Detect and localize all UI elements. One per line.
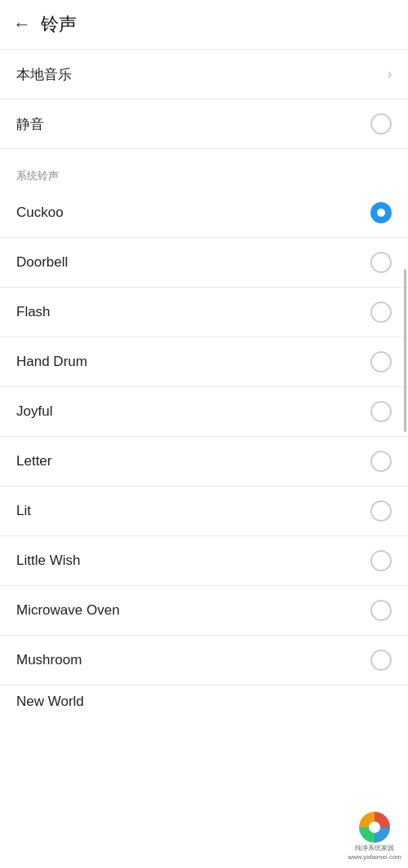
ringtone-item-cuckoo[interactable]: Cuckoo: [0, 188, 408, 237]
back-button[interactable]: ←: [13, 15, 31, 33]
ringtone-item-letter[interactable]: Letter: [0, 437, 408, 486]
silent-item[interactable]: 静音: [0, 99, 408, 148]
watermark: 纯净系统家园 www.yidaimei.com: [348, 812, 401, 861]
system-ringtones-section-label: 系统铃声: [0, 159, 408, 188]
ringtone-item-doorbell[interactable]: Doorbell: [0, 238, 408, 287]
ringtone-radio-joyful[interactable]: [370, 401, 392, 422]
silent-radio[interactable]: [370, 113, 392, 134]
watermark-icon: [359, 812, 390, 843]
ringtone-name-microwave: Microwave Oven: [16, 602, 120, 619]
ringtone-radio-microwave[interactable]: [370, 600, 392, 621]
ringtone-item-flash[interactable]: Flash: [0, 288, 408, 337]
ringtone-name-doorbell: Doorbell: [16, 254, 68, 271]
ringtone-item-newworld[interactable]: New World: [0, 685, 408, 718]
ringtone-radio-cuckoo[interactable]: [370, 202, 392, 223]
ringtone-item-littlewish[interactable]: Little Wish: [0, 536, 408, 585]
ringtone-name-littlewish: Little Wish: [16, 553, 80, 569]
ringtone-radio-letter[interactable]: [370, 451, 392, 472]
ringtone-radio-doorbell[interactable]: [370, 252, 392, 273]
ringtone-item-microwave[interactable]: Microwave Oven: [0, 586, 408, 635]
silent-label: 静音: [16, 115, 44, 134]
ringtone-name-newworld: New World: [16, 694, 84, 710]
ringtone-radio-lit[interactable]: [370, 500, 392, 522]
ringtone-item-handdrum[interactable]: Hand Drum: [0, 337, 408, 386]
ringtone-radio-flash[interactable]: [370, 302, 392, 323]
ringtone-radio-littlewish[interactable]: [370, 550, 392, 571]
ringtone-name-joyful: Joyful: [16, 403, 52, 420]
scrollbar[interactable]: [404, 269, 406, 432]
watermark-text-line2: www.yidaimei.com: [348, 853, 401, 861]
ringtone-name-lit: Lit: [16, 503, 31, 519]
header: ← 铃声: [0, 0, 408, 49]
ringtone-name-mushroom: Mushroom: [16, 652, 82, 668]
ringtone-name-letter: Letter: [16, 453, 51, 469]
ringtone-item-mushroom[interactable]: Mushroom: [0, 636, 408, 685]
ringtone-name-flash: Flash: [16, 304, 51, 320]
ringtone-item-joyful[interactable]: Joyful: [0, 387, 408, 436]
local-music-item[interactable]: 本地音乐 ›: [0, 50, 408, 99]
chevron-right-icon: ›: [388, 67, 392, 82]
page-title: 铃声: [41, 12, 77, 37]
ringtone-radio-mushroom[interactable]: [370, 650, 392, 671]
local-music-label: 本地音乐: [16, 65, 72, 84]
back-arrow-icon: ←: [13, 15, 31, 33]
watermark-text-line1: 纯净系统家园: [355, 844, 394, 853]
ringtone-name-cuckoo: Cuckoo: [16, 205, 64, 221]
ringtone-name-handdrum: Hand Drum: [16, 354, 87, 370]
ringtone-item-lit[interactable]: Lit: [0, 487, 408, 535]
ringtone-radio-handdrum[interactable]: [370, 351, 392, 372]
